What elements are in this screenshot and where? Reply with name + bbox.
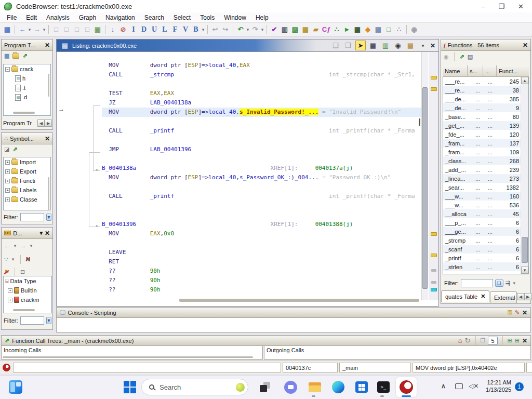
expand-incoming-icon[interactable]: ⊞ <box>508 337 512 344</box>
forward-icon[interactable]: → <box>32 24 42 35</box>
tray-chevron-icon[interactable]: ∧ <box>441 382 446 390</box>
function-row[interactable]: ___de.........385 <box>443 95 528 103</box>
expand-icon[interactable]: + <box>8 298 12 302</box>
function-row[interactable]: _sear.........1382 <box>443 183 528 192</box>
tab-scroll-right-icon[interactable]: ▶ <box>524 293 531 300</box>
start-button[interactable] <box>123 380 137 394</box>
call-graph-icon[interactable]: ∴ <box>331 24 342 35</box>
expand-icon[interactable]: + <box>5 160 10 165</box>
listing-line[interactable] <box>102 79 421 89</box>
listing-line[interactable] <box>102 154 421 164</box>
menu-file[interactable]: File <box>2 13 21 22</box>
close-icon[interactable]: ✕ <box>45 42 50 49</box>
function-row[interactable]: ___w.........536 <box>443 201 528 209</box>
listing-line[interactable] <box>102 238 421 248</box>
function-row[interactable]: _linea.........273 <box>443 174 528 183</box>
terminal-button[interactable]: >_ <box>376 380 391 394</box>
clock[interactable]: 12:21 AM 1/13/2025 <box>486 379 511 393</box>
function-row[interactable]: ___ge.........6 <box>443 227 528 236</box>
listing-line[interactable]: CALL _strcmp int _strcmp(char * _Str1, <box>102 70 421 79</box>
listing-hscrollbar[interactable] <box>179 299 419 302</box>
minimize-button[interactable]: – <box>481 3 485 10</box>
clear-disassembly-icon[interactable]: ⊘ <box>118 24 128 35</box>
tab-scroll-left-icon[interactable]: ◀ <box>517 293 524 300</box>
col-header-name[interactable]: Name <box>443 65 468 76</box>
memory-map-icon[interactable]: ▦ <box>300 24 311 35</box>
filter-dropdown-icon[interactable]: ▾ <box>512 278 516 288</box>
disassemble-icon[interactable]: ↓ <box>108 24 118 35</box>
listing-line[interactable]: RET <box>102 257 421 267</box>
menu-select[interactable]: Select <box>169 13 195 22</box>
function-row[interactable]: _base.........80 <box>443 112 528 121</box>
tree-node-fragment[interactable]: .t <box>4 83 50 92</box>
menu-edit[interactable]: Edit <box>21 13 42 22</box>
expand-outgoing-icon[interactable]: ⊞ <box>515 337 520 344</box>
margin-display-icon[interactable]: ▤ <box>405 41 416 50</box>
processor-manual-icon[interactable]: ▦ <box>352 24 363 35</box>
menu-search[interactable]: Search <box>140 13 169 22</box>
scroll-up-icon[interactable]: ▲ <box>521 77 528 84</box>
function-row[interactable]: ___p_.........6 <box>443 218 528 227</box>
menu-navigation[interactable]: Navigation <box>101 13 140 22</box>
widgets-button[interactable] <box>8 380 23 394</box>
clear-code-icon[interactable]: □ <box>51 24 61 35</box>
function-row[interactable]: __alloca......45 <box>443 209 528 218</box>
filter-dropdown-icon[interactable]: ▾ <box>11 254 15 264</box>
forward-dropdown-icon[interactable]: ▾ <box>42 24 46 35</box>
function-row[interactable]: _printf......6 <box>443 254 528 262</box>
dtm-hscrollbar[interactable] <box>13 309 35 311</box>
cursor-marker[interactable] <box>431 288 437 291</box>
listing-view[interactable]: MOV dword ptr [ESP]=>local_40,EAX CALL _… <box>56 52 439 307</box>
collapse-icon[interactable]: − <box>5 67 10 72</box>
tree-node-builtin[interactable]: +BuiltIn <box>4 286 51 295</box>
redo-dropdown-icon[interactable]: ▾ <box>260 24 264 35</box>
function-row[interactable]: _add_.........239 <box>443 165 528 174</box>
function-row[interactable]: _strlen......6 <box>443 262 528 271</box>
function-row[interactable]: _class.........268 <box>443 156 528 165</box>
listing-line[interactable]: ?? 90h <box>102 267 421 276</box>
search-box[interactable]: Search <box>141 379 248 395</box>
snapshot-icon[interactable]: ◉ <box>393 41 403 50</box>
listing-line[interactable]: MOV EAX,0x0 <box>102 229 421 238</box>
create-data-icon[interactable]: D <box>139 24 149 35</box>
lock-icon[interactable]: ⚿ <box>508 309 512 316</box>
clear-repair-icon[interactable]: □ <box>72 24 82 35</box>
listing-line[interactable]: LEAVE <box>102 248 421 257</box>
program-trees-header[interactable]: Program T... ✕ <box>2 39 52 51</box>
function-out-icon[interactable]: ↪ <box>220 24 231 35</box>
create-label-icon[interactable]: L <box>159 24 170 35</box>
symbol-filter-input[interactable] <box>20 213 44 221</box>
functions-header[interactable]: f Functions - 56 items ✕ <box>441 39 530 51</box>
pointer-filter-icon[interactable]: ∵ <box>4 256 8 263</box>
tree-node-crack[interactable]: − crack <box>4 64 50 74</box>
bookmark-marker[interactable] <box>431 87 437 91</box>
close-icon[interactable]: ✕ <box>430 42 435 49</box>
listing-header[interactable]: ▤ Listing: crackme0x00.exe ❏ ❒ ➤ ▦ ▥ ◉ ▤… <box>56 39 439 52</box>
console-output[interactable] <box>56 318 531 332</box>
listing-vscrollbar[interactable] <box>421 52 428 300</box>
menu-tools[interactable]: Tools <box>195 13 219 22</box>
disable-arrays-icon[interactable]: N <box>26 256 30 262</box>
task-view-button[interactable] <box>258 380 272 394</box>
network-icon[interactable] <box>455 383 463 389</box>
gray-marker[interactable] <box>431 269 436 272</box>
function-row[interactable]: _fram.........109 <box>443 148 528 156</box>
forward-icon[interactable]: → <box>20 243 26 249</box>
listing-line[interactable]: JMP LAB_00401396 <box>102 145 421 154</box>
back-icon[interactable]: ← <box>17 24 28 35</box>
tree-node-classe[interactable]: +Classe <box>4 195 50 204</box>
create-variable-icon[interactable]: V <box>180 24 191 35</box>
run-icon[interactable]: ► <box>342 24 352 35</box>
undo-dropdown-icon[interactable]: ▾ <box>246 24 250 35</box>
stamp-icon[interactable]: ◪ <box>4 146 9 153</box>
navigation-marker-bar[interactable] <box>429 52 438 300</box>
close-button[interactable]: ✕ <box>518 3 524 10</box>
filter-options-icon[interactable]: ▼ <box>46 317 52 324</box>
listing-line[interactable]: MOV dword ptr [ESP]=>local_40,s_Password… <box>102 173 421 182</box>
redo-icon[interactable]: ↷ <box>250 24 260 35</box>
listing-line[interactable]: JZ LAB_0040138a <box>102 98 421 108</box>
listing-line[interactable]: CALL _printf int _printf(char * _Forma <box>102 192 421 201</box>
data-type-manager-icon[interactable]: ▰ <box>311 24 321 35</box>
listing-line[interactable]: CALL _printf int _printf(char * _Forma <box>102 126 421 136</box>
listing-line[interactable]: MOV dword ptr [ESP]=>local_40,EAX <box>102 61 421 70</box>
